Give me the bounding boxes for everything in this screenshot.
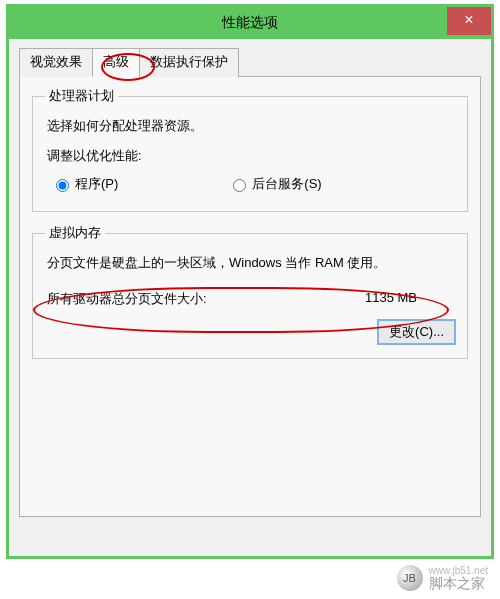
watermark: JB www.jb51.net 脚本之家 xyxy=(397,565,488,591)
watermark-name: 脚本之家 xyxy=(429,575,485,591)
paging-total-row: 所有驱动器总分页文件大小: 1135 MB xyxy=(47,290,455,308)
paging-total-value: 1135 MB xyxy=(365,290,455,308)
performance-options-window: 性能选项 × 视觉效果 高级 数据执行保护 处理器计划 选择如何分配处理器资源。… xyxy=(6,4,494,559)
advanced-panel: 处理器计划 选择如何分配处理器资源。 调整以优化性能: 程序(P) 后台服务(S… xyxy=(19,77,481,517)
processor-scheduling-group: 处理器计划 选择如何分配处理器资源。 调整以优化性能: 程序(P) 后台服务(S… xyxy=(32,87,468,212)
tab-dep[interactable]: 数据执行保护 xyxy=(139,48,239,77)
watermark-text: www.jb51.net 脚本之家 xyxy=(429,565,488,591)
tab-advanced[interactable]: 高级 xyxy=(92,48,140,77)
virtual-memory-group: 虚拟内存 分页文件是硬盘上的一块区域，Windows 当作 RAM 使用。 所有… xyxy=(32,224,468,359)
virtual-memory-desc: 分页文件是硬盘上的一块区域，Windows 当作 RAM 使用。 xyxy=(47,254,455,272)
radio-background[interactable]: 后台服务(S) xyxy=(228,175,321,193)
window-content: 视觉效果 高级 数据执行保护 处理器计划 选择如何分配处理器资源。 调整以优化性… xyxy=(9,39,491,525)
paging-total-label: 所有驱动器总分页文件大小: xyxy=(47,290,365,308)
titlebar: 性能选项 × xyxy=(9,7,491,39)
processor-scheduling-desc: 选择如何分配处理器资源。 xyxy=(47,117,455,135)
adjust-label: 调整以优化性能: xyxy=(47,147,455,165)
change-button[interactable]: 更改(C)... xyxy=(378,320,455,344)
processor-scheduling-legend: 处理器计划 xyxy=(45,87,118,105)
tabstrip: 视觉效果 高级 数据执行保护 xyxy=(19,47,481,77)
tab-visual-effects[interactable]: 视觉效果 xyxy=(19,48,93,77)
radio-background-label: 后台服务(S) xyxy=(252,175,321,193)
watermark-logo-icon: JB xyxy=(397,565,423,591)
close-button[interactable]: × xyxy=(447,7,491,35)
radio-programs-input[interactable] xyxy=(56,179,69,192)
radio-programs[interactable]: 程序(P) xyxy=(51,175,118,193)
close-icon: × xyxy=(464,11,473,28)
virtual-memory-legend: 虚拟内存 xyxy=(45,224,105,242)
window-title: 性能选项 xyxy=(222,14,278,32)
radio-background-input[interactable] xyxy=(233,179,246,192)
radio-programs-label: 程序(P) xyxy=(75,175,118,193)
